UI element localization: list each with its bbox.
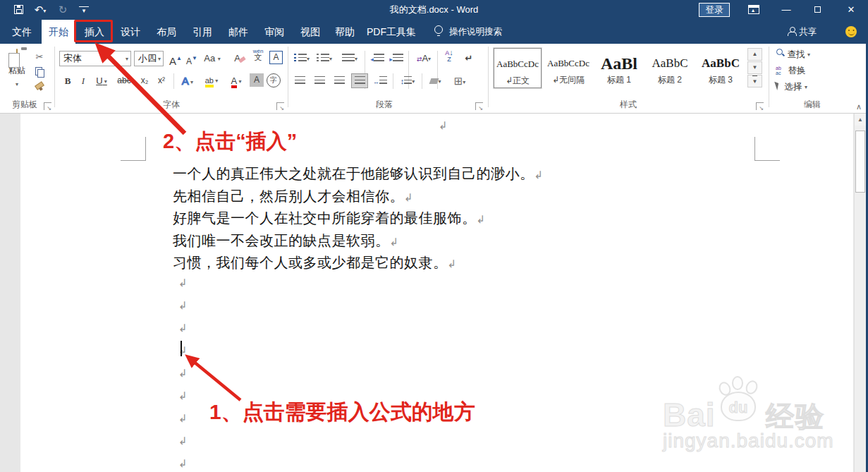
group-divider [488,47,489,107]
font-size-value: 小四 [138,53,157,63]
shading-button[interactable]: ▾ [425,73,446,88]
sort-z-glyph: Z [447,56,451,63]
text-effects-button[interactable]: A ▾ [178,73,197,88]
line-spacing-button[interactable]: ↕▾ [396,73,419,88]
align-left-button[interactable] [292,73,307,88]
font-group-label: 字体 [56,99,286,111]
tab-view[interactable]: 视图 [293,20,328,44]
find-button[interactable]: 查找 ▾ [776,48,810,61]
numbering-button[interactable]: ▾ [314,51,334,66]
distribute-button[interactable]: ↔ [371,73,389,88]
italic-button[interactable]: I [78,73,89,88]
bullets-button[interactable]: ▾ [292,51,312,66]
enclose-characters-button[interactable]: 字 [267,73,281,87]
copy-button[interactable] [35,66,44,79]
strikethrough-button[interactable]: abc [114,73,134,88]
phonetic-guide-button[interactable]: wén文 [250,48,267,63]
font-name-combo[interactable]: 宋体▾ [59,51,131,66]
format-painter-button[interactable] [35,82,44,95]
underline-button[interactable]: U ▾ [92,73,111,88]
styles-group-label: 样式 [491,99,766,111]
clear-formatting-button[interactable]: A [231,51,248,66]
tab-design[interactable]: 设计 [113,20,148,44]
tab-review[interactable]: 审阅 [257,20,292,44]
subscript-button[interactable]: x₂ [137,73,152,88]
share-button[interactable]: 共享 [799,20,817,44]
font-color-button[interactable]: A ▾ [226,73,247,88]
align-center-button[interactable] [312,73,327,88]
scrollbar-thumb[interactable] [855,131,865,193]
tell-me-search[interactable]: 操作说明搜索 [449,20,502,44]
decrease-indent-button[interactable]: ◂ [369,51,386,66]
styles-scroll-down-button[interactable]: ▼ [747,61,762,74]
feedback-smiley-icon[interactable] [845,26,857,37]
multilevel-list-button[interactable]: ▾ [338,51,361,66]
grow-arrow-icon: ▲ [176,55,182,61]
style-no-spacing[interactable]: AaBbCcDc ↲无间隔 [544,48,592,88]
tab-layout[interactable]: 布局 [149,20,184,44]
minimize-button[interactable]: — [774,0,798,20]
character-shading-button[interactable]: A [250,73,264,87]
lightbulb-icon [434,25,443,34]
multilevel-list-icon [342,54,355,61]
tab-pdf-tools[interactable]: PDF工具集 [363,20,420,44]
font-size-combo[interactable]: 小四▾ [134,51,164,66]
style-heading1[interactable]: AaBl 标题 1 [595,48,643,88]
cut-button[interactable]: ✂ [32,49,47,64]
asian-layout-button[interactable]: ⇄A▾ [412,51,435,66]
style-normal[interactable]: AaBbCcDc ↲正文 [494,48,542,88]
collapse-ribbon-icon[interactable]: ∧ [856,102,862,111]
login-button[interactable]: 登录 [699,3,730,17]
scroll-up-button[interactable]: ▲ [855,114,866,126]
styles-dialog-launcher-icon[interactable] [756,102,764,110]
paste-button[interactable]: 粘贴 ▾ [4,49,30,95]
style-name: 标题 3 [697,74,745,86]
replace-button[interactable]: abac 替换 [776,64,805,78]
tab-mailings[interactable]: 邮件 [221,20,256,44]
shrink-font-button[interactable]: A▼ [185,51,199,66]
paragraph-mark: ↲ [448,258,457,270]
tab-file[interactable]: 文件 [6,20,38,44]
style-name: ↲无间隔 [544,74,592,86]
select-button[interactable]: 选择 ▾ [776,80,807,94]
paragraph-mark: ↲ [534,169,544,181]
increase-indent-button[interactable]: ▸ [388,51,405,66]
ribbon-display-options-icon[interactable] [748,5,759,14]
paragraph-dialog-launcher-icon[interactable] [475,102,483,110]
text-cursor [181,341,182,356]
show-marks-button[interactable]: ↵ [461,51,477,66]
highlight-color-button[interactable]: ab ▾ [200,73,223,88]
borders-button[interactable]: ⊞▾ [449,73,470,88]
justify-button[interactable] [351,73,368,88]
shrink-font-glyph: A [186,56,192,66]
styles-scroll-up-button[interactable]: ▲ [747,48,762,61]
maximize-button[interactable] [805,0,829,20]
change-case-button[interactable]: Aa ▾ [202,51,223,66]
change-case-glyph: Aa [204,53,215,63]
replace-icon: abac [776,66,786,75]
justify-icon [355,76,365,84]
tab-references[interactable]: 引用 [185,20,220,44]
sort-button[interactable]: A↓Z [441,49,458,64]
bold-button[interactable]: B [61,73,75,88]
close-button[interactable]: ✕ [839,0,863,20]
style-heading2[interactable]: AaBbC 标题 2 [646,48,694,88]
align-right-button[interactable] [331,73,347,88]
underline-caret-icon: ▾ [103,78,107,85]
paragraph-mark: ↲ [178,322,188,334]
style-heading3[interactable]: AaBbC 标题 3 [697,48,745,88]
font-dialog-launcher-icon[interactable] [276,102,284,110]
character-border-button[interactable]: A [269,51,283,64]
paragraph-mark: ↲ [477,213,486,226]
character-border-glyph: A [273,52,279,62]
clipboard-dialog-launcher-icon[interactable] [44,102,51,110]
vertical-scrollbar[interactable]: ▲ [854,114,866,472]
styles-more-button[interactable]: ▼ [747,75,762,87]
borders-caret-icon: ▾ [463,79,465,85]
superscript-button[interactable]: x² [154,73,169,88]
document-line: 我们唯一不会改正的缺点是软弱。↲ [173,232,398,250]
grow-font-button[interactable]: A▲ [168,51,183,66]
tab-home[interactable]: 开始 [42,20,75,44]
align-center-icon [314,76,325,84]
tab-help[interactable]: 帮助 [328,20,362,44]
